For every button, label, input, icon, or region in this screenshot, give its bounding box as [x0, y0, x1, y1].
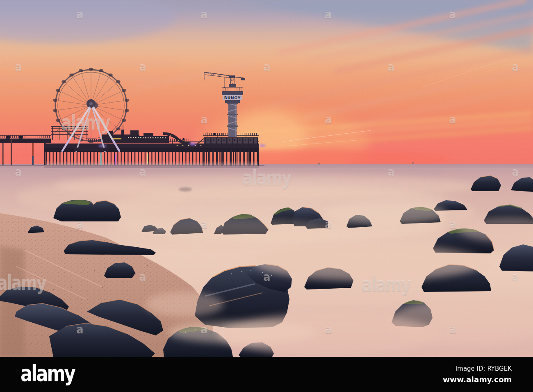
alamy-footer-bar: alamy Image ID: RYBGEK www.alamy.com — [0, 357, 533, 392]
bungy-sign: BUNGY — [224, 96, 241, 100]
sunset-pier-photo: BUNGY — [0, 0, 533, 357]
mist-band — [53, 174, 480, 199]
alamy-website-text: www.alamy.com — [443, 375, 512, 384]
alamy-logo: alamy — [20, 361, 75, 387]
alamy-stock-photo: BUNGY — [0, 0, 533, 392]
scene-graphic: BUNGY — [0, 0, 533, 357]
image-id-text: Image ID: RYBGEK — [443, 365, 512, 372]
